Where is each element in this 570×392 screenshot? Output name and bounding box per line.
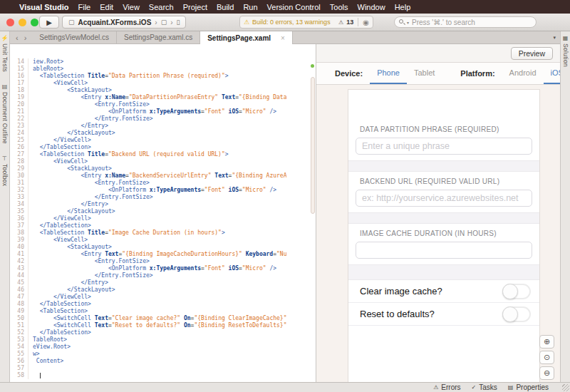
line-number: 25 (10, 137, 28, 144)
tab-close-icon[interactable]: × (281, 34, 285, 42)
run-configuration-selector[interactable]: ▢ Acquaint.XForms.iOS › ▢ › ▯ (62, 16, 186, 29)
statusbar-tasks[interactable]: ✓Tasks (472, 383, 497, 391)
zoom-in-button[interactable]: ⊕ (539, 335, 554, 349)
collapse-panel-icon[interactable]: ▾ (553, 35, 560, 41)
line-number: 22 (10, 115, 28, 123)
fullscreen-window-button[interactable] (31, 19, 38, 26)
sidebar-item-unit-tests[interactable]: ⚡Unit Tests (1, 35, 9, 72)
code-line: 50 <SwitchCell Text="Clear image cache?"… (10, 315, 316, 322)
close-window-button[interactable] (6, 19, 14, 26)
errors-icon: ⚠ (433, 384, 438, 391)
menu-item-help[interactable]: Help (395, 3, 411, 11)
preview-input-image-cache-duration-in-hours[interactable] (356, 242, 532, 259)
toggle-reset-to-defaults[interactable] (502, 306, 531, 322)
line-number: 15 (10, 66, 28, 73)
code-text: </Entry> (33, 279, 108, 287)
code-line: 19 <Entry x:Name="DataPartitionPhraseEnt… (10, 94, 316, 101)
code-text: </Entry.FontSize> (33, 272, 153, 279)
code-line: 51 <SwitchCell Text="Reset to defaults?"… (10, 322, 316, 329)
code-text: </TableSection> (33, 144, 91, 151)
code-line: 42 <Entry.FontSize> (10, 258, 316, 265)
section-separator (348, 264, 539, 280)
right-pad-bar: ▦Solution (560, 31, 570, 382)
menu-item-file[interactable]: File (78, 3, 90, 11)
line-number: 23 (10, 123, 28, 130)
switch-row-clear-image-cache: Clear image cache? (348, 280, 539, 303)
code-text: <Entry.FontSize> (33, 180, 150, 187)
menu-item-tools[interactable]: Tools (330, 3, 348, 11)
code-line: 45 </Entry> (10, 279, 316, 287)
code-text: </ViewCell> (33, 294, 91, 301)
search-input[interactable] (412, 19, 519, 26)
line-number: 32 (10, 187, 28, 194)
code-text: <TableSection Title="Data Partition Phra… (33, 73, 229, 80)
warnings-badge-icon: ⚠ (338, 19, 343, 26)
menu-item-build[interactable]: Build (217, 3, 234, 11)
line-number: 27 (10, 151, 28, 158)
phone-screen: DATA PARTITION PHRASE (REQUIRED)BACKEND … (348, 89, 540, 382)
code-editor[interactable]: 14iew.Root>15ableRoot>16 <TableSection T… (10, 44, 316, 382)
editor-scrollbar[interactable] (309, 44, 316, 382)
preview-button[interactable]: Preview (511, 47, 553, 60)
zoom-controls: ⊕⊙⊖ (539, 335, 554, 380)
statusbar-errors[interactable]: ⚠Errors (433, 383, 460, 391)
scrollbar-thumb[interactable] (311, 77, 315, 214)
zoom-actual-size-button[interactable]: ⊙ (539, 351, 554, 364)
preview-input-backend-url-required-valid-url[interactable] (356, 190, 532, 207)
preview-canvas: DATA PARTITION PHRASE (REQUIRED)BACKEND … (316, 85, 560, 382)
build-status-widget[interactable]: ⚠ Build: 0 errors, 13 warnings ⚠ 13 ◉ (239, 16, 373, 29)
device-option-tablet[interactable]: Tablet (407, 63, 442, 84)
platform-option-android[interactable]: Android (502, 63, 544, 84)
tab-settingspage-xaml-cs[interactable]: SettingsPage.xaml.cs (117, 31, 200, 43)
global-search[interactable]: ▾ (394, 16, 537, 28)
statusbar-label: Tasks (479, 383, 497, 391)
code-line: 38 <TableSection Title="Image Cache Dura… (10, 229, 316, 237)
code-line: 58 (10, 372, 316, 379)
menu-item-window[interactable]: Window (358, 3, 385, 11)
code-line: 18 <StackLayout> (10, 87, 316, 94)
feedback-icon[interactable]: ◉ (363, 19, 369, 26)
zoom-out-button[interactable]: ⊖ (539, 366, 554, 380)
statusbar-items: ⚠Errors✓Tasks▤Properties (433, 383, 549, 391)
menu-item-view[interactable]: View (123, 3, 140, 11)
device-option-phone[interactable]: Phone (370, 63, 407, 84)
line-number: 44 (10, 272, 28, 279)
code-line: 25 </ViewCell> (10, 137, 316, 144)
minimize-window-button[interactable] (19, 19, 26, 26)
run-button[interactable]: ▶ (39, 16, 59, 29)
menu-item-project[interactable]: Project (183, 3, 207, 11)
menu-item-visual-studio[interactable]: Visual Studio (19, 3, 68, 11)
preview-input-data-partition-phrase-required[interactable] (356, 138, 532, 155)
code-text: </Entry> (33, 123, 108, 130)
sidebar-item-solution[interactable]: ▦Solution (562, 35, 569, 67)
sidebar-item-document-outline[interactable]: ▤Document Outline (1, 83, 9, 144)
menu-item-search[interactable]: Search (149, 3, 174, 11)
code-line: 16 <TableSection Title="Data Partition P… (10, 73, 316, 80)
code-line: 24 </StackLayout> (10, 130, 316, 137)
line-number: 50 (10, 315, 28, 322)
statusbar-properties[interactable]: ▤Properties (508, 383, 549, 391)
code-text: </Entry.FontSize> (33, 194, 153, 201)
search-scope-caret-icon[interactable]: ▾ (407, 20, 409, 25)
code-line: 21 <OnPlatform x:TypeArguments="Font" iO… (10, 108, 316, 115)
menu-item-edit[interactable]: Edit (100, 3, 113, 11)
navigate-forward-icon[interactable]: › (24, 33, 27, 42)
toggle-clear-image-cache[interactable] (502, 284, 531, 299)
navigate-back-icon[interactable]: ‹ (16, 33, 19, 42)
menu-item-version-control[interactable]: Version Control (267, 3, 321, 11)
sidebar-item-toolbox[interactable]: ⊤Toolbox (1, 155, 9, 186)
code-text: <StackLayout> (33, 244, 112, 251)
tab-settingsviewmodel-cs[interactable]: SettingsViewModel.cs (32, 31, 117, 43)
line-number: 38 (10, 229, 28, 237)
platform-option-ios[interactable]: iOS (544, 63, 560, 84)
line-number: 42 (10, 258, 28, 265)
resize-grip[interactable] (562, 384, 569, 391)
tab-settingspage-xaml[interactable]: SettingsPage.xaml× (200, 31, 293, 44)
section-separator (348, 212, 539, 224)
code-line: 39 <ViewCell> (10, 237, 316, 244)
platform-options: AndroidiOS (502, 63, 560, 84)
menu-item-run[interactable]: Run (243, 3, 257, 11)
line-number: 56 (10, 358, 28, 365)
line-number: 19 (10, 94, 28, 101)
line-number: 37 (10, 222, 28, 229)
